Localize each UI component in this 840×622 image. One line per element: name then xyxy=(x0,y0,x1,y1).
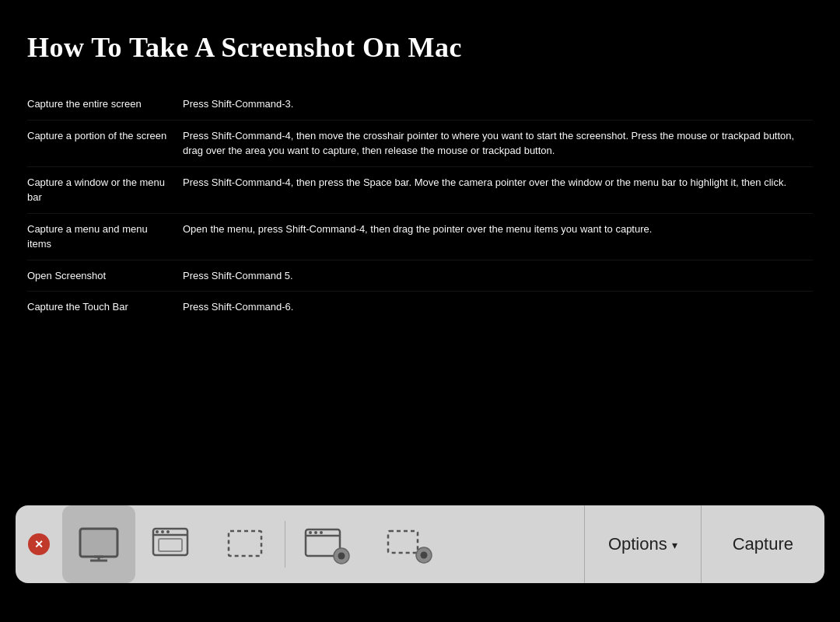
record-screen-button[interactable] xyxy=(289,505,369,583)
options-button[interactable]: Options ▾ xyxy=(584,505,702,583)
shortcut-cell: Press Shift-Command 5. xyxy=(183,260,813,292)
action-cell: Capture a window or the menu bar xyxy=(27,166,183,213)
shortcut-cell: Press Shift-Command-6. xyxy=(183,292,813,323)
capture-screen-button[interactable] xyxy=(62,505,135,583)
toolbar-divider-1 xyxy=(285,521,285,568)
shortcuts-table: Capture the entire screenPress Shift-Com… xyxy=(27,89,813,323)
page-title: How to take a screenshot on Mac xyxy=(27,31,813,64)
action-cell: Capture the entire screen xyxy=(27,89,183,120)
action-cell: Open Screenshot xyxy=(27,260,183,292)
action-cell: Capture a portion of the screen xyxy=(27,120,183,166)
svg-rect-11 xyxy=(229,531,261,556)
svg-point-9 xyxy=(166,530,170,533)
toolbar-close-area: ✕ xyxy=(16,533,62,555)
action-cell: Capture a menu and menu items xyxy=(27,213,183,260)
table-row: Capture a menu and menu itemsOpen the me… xyxy=(27,213,813,260)
shortcut-cell: Press Shift-Command-4, then press the Sp… xyxy=(183,166,813,213)
shortcut-cell: Open the menu, press Shift-Command-4, th… xyxy=(183,213,813,260)
capture-window-icon xyxy=(149,522,194,567)
shortcut-cell: Press Shift-Command-4, then move the cro… xyxy=(183,120,813,166)
record-selection-button[interactable] xyxy=(369,505,450,583)
svg-rect-19 xyxy=(388,531,418,553)
svg-point-18 xyxy=(338,553,345,560)
shortcut-cell: Press Shift-Command-3. xyxy=(183,89,813,120)
svg-point-21 xyxy=(421,552,428,559)
svg-point-16 xyxy=(320,531,323,534)
table-row: Capture the Touch BarPress Shift-Command… xyxy=(27,292,813,323)
capture-selection-icon xyxy=(222,522,268,567)
capture-screen-icon xyxy=(76,522,121,567)
svg-point-14 xyxy=(309,531,312,534)
main-content: How to take a screenshot on Mac Capture … xyxy=(0,0,840,323)
close-button[interactable]: ✕ xyxy=(28,533,50,555)
capture-window-button[interactable] xyxy=(135,505,208,583)
svg-rect-10 xyxy=(159,539,182,551)
capture-button[interactable]: Capture xyxy=(702,505,824,583)
capture-selection-button[interactable] xyxy=(208,505,282,583)
close-icon: ✕ xyxy=(34,538,44,550)
svg-point-15 xyxy=(314,531,317,534)
chevron-down-icon: ▾ xyxy=(672,539,677,551)
options-label: Options xyxy=(608,534,667,554)
table-row: Open ScreenshotPress Shift-Command 5. xyxy=(27,260,813,292)
action-cell: Capture the Touch Bar xyxy=(27,292,183,323)
record-selection-icon xyxy=(383,522,436,567)
table-row: Capture a portion of the screenPress Shi… xyxy=(27,120,813,166)
table-row: Capture the entire screenPress Shift-Com… xyxy=(27,89,813,120)
toolbar-icons-group xyxy=(62,505,584,583)
svg-rect-1 xyxy=(80,529,117,557)
svg-point-8 xyxy=(161,530,164,533)
svg-point-7 xyxy=(156,530,159,533)
record-screen-icon xyxy=(303,522,355,567)
capture-label: Capture xyxy=(733,534,793,554)
toolbar: ✕ xyxy=(16,505,824,583)
table-row: Capture a window or the menu barPress Sh… xyxy=(27,166,813,213)
